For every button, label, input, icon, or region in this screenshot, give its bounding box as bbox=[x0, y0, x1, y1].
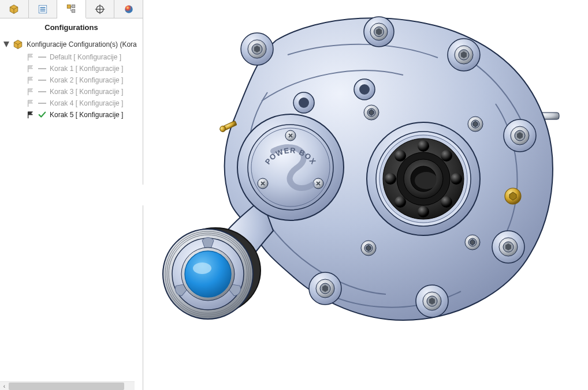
svg-point-10 bbox=[125, 5, 133, 13]
config-item[interactable]: Korak 1 [ Konfiguracije ] bbox=[25, 63, 143, 74]
tab-assembly[interactable] bbox=[0, 0, 29, 18]
config-flag-icon bbox=[27, 76, 35, 84]
panel-title: Configurations bbox=[0, 18, 143, 38]
tab-display-state[interactable] bbox=[86, 0, 115, 18]
checkmark-icon bbox=[38, 111, 46, 119]
config-item[interactable]: Korak 2 [ Konfiguracije ] bbox=[25, 74, 143, 86]
list-icon bbox=[38, 4, 48, 14]
output-bearing bbox=[367, 122, 480, 235]
h-scrollbar[interactable]: ‹ bbox=[0, 381, 135, 390]
config-flag-icon bbox=[27, 88, 35, 96]
config-item[interactable]: Korak 3 [ Konfiguracije ] bbox=[25, 86, 143, 97]
idler-pulley bbox=[163, 228, 260, 319]
inactive-dash-icon bbox=[38, 68, 46, 69]
config-item[interactable]: Korak 4 [ Konfiguracije ] bbox=[25, 97, 143, 109]
brass-plug bbox=[505, 188, 521, 204]
cube-icon bbox=[13, 39, 23, 50]
svg-point-66 bbox=[418, 140, 429, 152]
config-item-label: Korak 4 [ Konfiguracije ] bbox=[50, 99, 123, 107]
config-item-label: Default [ Konfiguracije ] bbox=[50, 53, 121, 61]
model-render: POWER BOX bbox=[143, 0, 588, 390]
config-flag-icon bbox=[27, 65, 35, 73]
sphere-icon bbox=[124, 4, 134, 14]
tab-configurations[interactable] bbox=[57, 0, 86, 18]
config-flag-icon bbox=[27, 99, 35, 107]
svg-point-69 bbox=[441, 196, 452, 208]
power-box-cap: POWER BOX bbox=[237, 114, 344, 220]
svg-marker-11 bbox=[3, 42, 9, 47]
svg-point-73 bbox=[395, 150, 406, 162]
blue-seal bbox=[185, 251, 231, 297]
config-item-label: Korak 2 [ Konfiguracije ] bbox=[50, 76, 123, 84]
config-flag-icon bbox=[27, 111, 35, 119]
config-flag-icon bbox=[27, 53, 35, 61]
svg-point-68 bbox=[451, 173, 462, 185]
cube-icon bbox=[9, 4, 19, 14]
inactive-dash-icon bbox=[38, 57, 46, 58]
config-item[interactable]: Default [ Konfiguracije ] bbox=[25, 51, 143, 63]
config-tree-icon bbox=[66, 3, 76, 14]
scroll-left-button[interactable]: ‹ bbox=[0, 382, 9, 391]
inactive-dash-icon bbox=[38, 103, 46, 104]
svg-point-71 bbox=[395, 196, 406, 208]
inactive-dash-icon bbox=[38, 91, 46, 92]
config-tree: Konfiguracije Configuration(s) (Kora Def… bbox=[0, 38, 143, 390]
config-root[interactable]: Konfiguracije Configuration(s) (Kora bbox=[0, 38, 143, 51]
side-panel: Configurations Konfiguracije Configurati… bbox=[0, 0, 143, 390]
graphics-viewport[interactable]: POWER BOX bbox=[143, 0, 588, 390]
config-item-label: Korak 1 [ Konfiguracije ] bbox=[50, 65, 123, 73]
svg-point-67 bbox=[441, 150, 452, 162]
svg-rect-4 bbox=[68, 5, 71, 8]
config-item-label: Korak 5 [ Konfiguracije ] bbox=[50, 111, 123, 119]
config-root-label: Konfiguracije Configuration(s) (Kora bbox=[27, 40, 137, 48]
scroll-thumb[interactable] bbox=[9, 382, 124, 390]
svg-point-70 bbox=[418, 206, 429, 217]
config-item-label: Korak 3 [ Konfiguracije ] bbox=[50, 88, 123, 96]
config-item[interactable]: Korak 5 [ Konfiguracije ] bbox=[25, 109, 143, 121]
svg-point-76 bbox=[415, 172, 438, 189]
inactive-dash-icon bbox=[38, 80, 46, 81]
svg-rect-6 bbox=[72, 10, 75, 13]
svg-point-72 bbox=[385, 173, 396, 185]
svg-point-41 bbox=[299, 97, 309, 108]
svg-point-43 bbox=[359, 84, 370, 95]
svg-rect-5 bbox=[72, 5, 75, 7]
crosshair-icon bbox=[95, 4, 105, 14]
tab-appearances[interactable] bbox=[114, 0, 143, 18]
tab-properties[interactable] bbox=[29, 0, 58, 18]
collapse-icon[interactable] bbox=[3, 42, 9, 47]
panel-tabstrip bbox=[0, 0, 143, 18]
svg-point-85 bbox=[193, 262, 211, 274]
